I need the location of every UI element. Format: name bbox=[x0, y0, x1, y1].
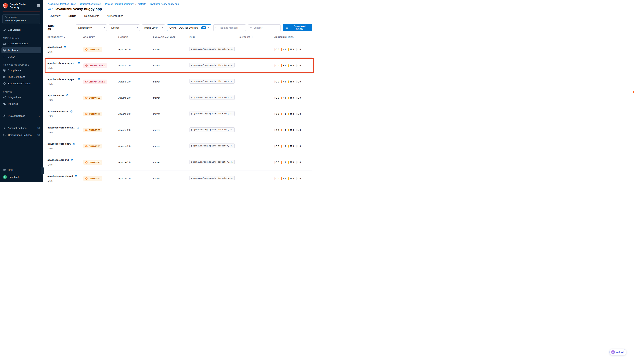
license-filter-select[interactable]: License ▾ bbox=[109, 24, 140, 31]
sidebar-item-label: Get Started bbox=[8, 28, 21, 31]
table-row[interactable]: apacheds-core-entry 1.5.5 OUTDA bbox=[48, 138, 312, 154]
purl-pill[interactable]: pkg:maven/org.apache.directory.s… bbox=[189, 79, 235, 84]
sidebar-item-pipelines[interactable]: Pipelines bbox=[2, 101, 41, 107]
sidebar-item-compliance[interactable]: Compliance bbox=[2, 67, 41, 74]
sidebar-item-code-repositories[interactable]: Code Repositories bbox=[2, 40, 41, 47]
dependency-cell: apacheds-core-jndi 1.5.5 bbox=[48, 158, 83, 166]
column-header-package-manager: PACKAGE MANAGER bbox=[153, 36, 189, 38]
sidebar-item-label: Compliance bbox=[8, 69, 21, 72]
dependency-filter-select[interactable]: Dependency ▾ bbox=[76, 24, 107, 31]
sidebar-item-artifacts[interactable]: Artifacts bbox=[2, 47, 41, 53]
table-row[interactable]: apacheds-core 1.5.5 OUTDATED bbox=[48, 90, 312, 106]
purl-pill[interactable]: pkg:maven/org.apache.directory.s… bbox=[189, 160, 235, 164]
sidebar-item-rule-definitions[interactable]: Rule Definitions bbox=[2, 74, 41, 80]
module-switcher-grid-icon[interactable] bbox=[37, 4, 40, 8]
vulnerability-counts: C 0H 0M 0L 0 bbox=[274, 145, 312, 148]
dependency-version: 1.5.5 bbox=[48, 83, 83, 86]
project-selector[interactable]: PROJECT Product Exploratory › bbox=[3, 14, 40, 24]
column-header-dependency[interactable]: DEPENDENCY ▼ bbox=[48, 36, 83, 38]
vuln-count-H: H 0 bbox=[281, 161, 286, 164]
purl-pill[interactable]: pkg:maven/org.apache.directory.s… bbox=[189, 63, 235, 68]
download-sbom-button[interactable]: Download SBOM bbox=[283, 24, 312, 31]
breadcrumb-link-account[interactable]: Account: Automation-SSCA bbox=[48, 3, 76, 5]
tab-overview[interactable]: Overview bbox=[49, 14, 61, 20]
table-row[interactable]: apacheds-all 1.5.5 OUTDATED bbox=[48, 42, 312, 58]
table-row[interactable]: apacheds-core-shared 1.5.5 OUTD bbox=[48, 170, 312, 182]
sidebar-item-account-settings[interactable]: Account Settings ⓘ bbox=[2, 125, 41, 132]
purl-pill[interactable]: pkg:maven/org.apache.directory.s… bbox=[189, 144, 235, 148]
sidebar-item-get-started[interactable]: Get Started bbox=[2, 27, 41, 33]
dependency-name: apacheds-bootstrap-pa… bbox=[48, 78, 76, 81]
purl-pill[interactable]: pkg:maven/org.apache.directory.s… bbox=[189, 176, 235, 180]
sidebar-item-remediation-tracker[interactable]: Remediation Tracker bbox=[2, 80, 41, 87]
vulnerability-counts: C 0H 0M 0L 0 bbox=[274, 129, 312, 132]
table-row[interactable]: apacheds-bootstrap-ex… 1.5.5 UN bbox=[48, 58, 312, 74]
clock-icon bbox=[85, 177, 88, 180]
vulnerability-counts: C 0H 0M 0L 0 bbox=[274, 177, 312, 180]
owasp-risks-filter-select[interactable]: OWASP OSS Top 10 Risks 02 ▾ bbox=[167, 24, 211, 31]
purl-pill[interactable]: pkg:maven/org.apache.directory.s… bbox=[189, 95, 235, 100]
sidebar-item-project-settings[interactable]: Project Settings › bbox=[2, 113, 41, 119]
breadcrumb-link-artifacts[interactable]: Artifacts bbox=[138, 3, 146, 5]
vuln-count-C: C 0 bbox=[274, 161, 279, 164]
supplier-search-input[interactable] bbox=[254, 26, 279, 29]
table-row[interactable]: apacheds-bootstrap-pa… 1.5.5 UN bbox=[48, 74, 312, 90]
ban-icon bbox=[85, 64, 88, 67]
oss-risk-badge: OUTDATED bbox=[83, 128, 102, 132]
license-cell: Apache-2.0 bbox=[118, 48, 153, 51]
sidebar-collapse-handle[interactable]: ‹ bbox=[42, 167, 44, 174]
download-button-label: Download SBOM bbox=[290, 25, 309, 30]
package-manager-search-input[interactable] bbox=[219, 26, 244, 29]
breadcrumb-link-organization[interactable]: Organization: default bbox=[80, 3, 101, 5]
search-icon bbox=[215, 26, 218, 29]
vuln-count-L: L 0 bbox=[296, 64, 301, 67]
oss-risk-cell: OUTDATED bbox=[83, 160, 118, 164]
oss-risk-badge: UNMAINTAINED bbox=[83, 64, 107, 68]
sort-desc-icon: ▼ bbox=[64, 36, 65, 38]
vuln-count-M: M 0 bbox=[288, 113, 294, 115]
vuln-count-C: C 0 bbox=[274, 80, 279, 83]
vuln-count-L: L 0 bbox=[296, 161, 301, 164]
sidebar-item-cicd[interactable]: ∞ CI/CD bbox=[2, 54, 41, 60]
image-layer-filter-select[interactable]: Image Layer ▾ bbox=[142, 24, 165, 31]
dependency-name: apacheds-core-avl bbox=[48, 110, 68, 113]
select-value: License bbox=[111, 26, 120, 29]
info-icon: ⓘ bbox=[38, 126, 40, 130]
license-cell: Apache-2.0 bbox=[118, 64, 153, 67]
column-label: SUPPLIER bbox=[239, 36, 250, 38]
package-manager-cell: maven bbox=[153, 96, 189, 99]
vuln-count-H: H 0 bbox=[281, 64, 286, 67]
chevron-down-icon: ▾ bbox=[208, 26, 209, 29]
table-row[interactable]: apacheds-core-consta… 1.5.5 OUT bbox=[48, 122, 312, 138]
tab-vulnerabilities[interactable]: Vulnerabilities bbox=[107, 14, 124, 20]
tab-sbom[interactable]: SBOM bbox=[68, 14, 77, 20]
sidebar-divider bbox=[3, 110, 40, 110]
ban-icon bbox=[85, 80, 88, 83]
oss-risk-badge: UNMAINTAINED bbox=[83, 80, 107, 84]
column-header-supplier[interactable]: SUPPLIER ▲▼ bbox=[239, 36, 274, 39]
sidebar-item-label: Help bbox=[8, 168, 13, 171]
help-chat-icon bbox=[3, 168, 6, 171]
vulnerability-counts: C 0H 0M 0L 0 bbox=[274, 48, 312, 51]
gear-icon bbox=[3, 114, 6, 117]
sidebar-item-help[interactable]: Help bbox=[2, 167, 41, 173]
purl-pill[interactable]: pkg:maven/org.apache.directory.s… bbox=[189, 47, 235, 51]
purl-cell: pkg:maven/org.apache.directory.s… bbox=[189, 128, 239, 133]
tab-deployments[interactable]: Deployments bbox=[84, 14, 100, 20]
rocket-icon bbox=[3, 28, 6, 31]
user-menu[interactable]: L Lavakush bbox=[0, 173, 43, 180]
layers-icon bbox=[75, 175, 77, 178]
vulnerability-counts: C 0H 0M 0L 0 bbox=[274, 64, 312, 67]
table-row[interactable]: apacheds-core-jndi 1.5.5 OUTDAT bbox=[48, 154, 312, 170]
breadcrumb-link-project[interactable]: Project: Product Exploratory bbox=[105, 3, 134, 5]
purl-pill[interactable]: pkg:maven/org.apache.directory.s… bbox=[189, 111, 235, 116]
chevron-down-icon: ▾ bbox=[104, 26, 105, 29]
sidebar-item-organization-settings[interactable]: Organization Settings ⓘ bbox=[2, 132, 41, 138]
sort-icon: ▲▼ bbox=[252, 36, 253, 39]
breadcrumb-link-artifact[interactable]: lavakush07/easy-buggy-app bbox=[150, 3, 179, 5]
oss-risk-badge: OUTDATED bbox=[83, 96, 102, 100]
sidebar-item-integrations[interactable]: Integrations bbox=[2, 94, 41, 100]
oss-risk-badge: OUTDATED bbox=[83, 160, 102, 164]
purl-pill[interactable]: pkg:maven/org.apache.directory.s… bbox=[189, 128, 235, 132]
table-row[interactable]: apacheds-core-avl 1.5.5 OUTDATE bbox=[48, 106, 312, 122]
